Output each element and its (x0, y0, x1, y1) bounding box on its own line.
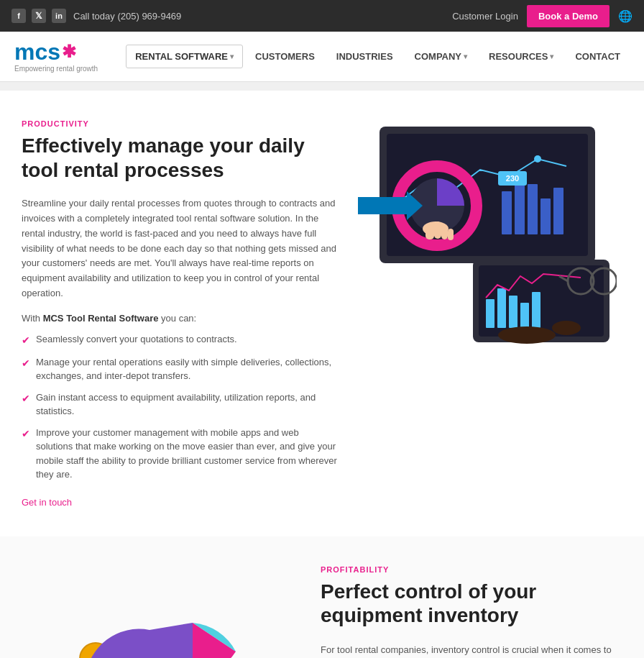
hero-content-left: PRODUCTIVITY Effectively manage your dai… (22, 119, 338, 508)
checklist-text-4: Improve your customer management with mo… (36, 426, 338, 482)
svg-text:230: 230 (506, 174, 519, 183)
top-bar-right: Customer Login Book a Demo 🌐 (452, 5, 632, 27)
resources-caret: ▾ (550, 52, 553, 60)
facebook-icon[interactable]: f (12, 9, 26, 23)
checklist-text-3: Gain instant access to equipment availab… (36, 390, 338, 419)
mcs-tool-rental-bold: MCS Tool Rental Software (43, 313, 159, 324)
nav-item-resources[interactable]: RESOURCES ▾ (479, 45, 563, 68)
nav-item-contact[interactable]: CONTACT (566, 45, 630, 68)
check-icon-3: ✔ (22, 391, 30, 406)
rental-software-caret: ▾ (230, 52, 234, 60)
logo-mcs-text: mcs (14, 40, 60, 63)
nav-item-customers[interactable]: CUSTOMERS (246, 45, 324, 68)
productivity-label: PRODUCTIVITY (22, 119, 338, 128)
checklist: ✔ Seamlessly convert your quotations to … (22, 332, 338, 482)
logo[interactable]: mcs ✱ (14, 40, 98, 63)
nav-label-company: COMPANY (415, 51, 461, 62)
check-icon-4: ✔ (22, 426, 30, 442)
profitability-title: Perfect control of your equipment invent… (321, 580, 622, 628)
nav-item-industries[interactable]: INDUSTRIES (327, 45, 402, 68)
check-icon-2: ✔ (22, 356, 30, 371)
svg-rect-15 (426, 224, 434, 239)
checklist-text-2: Manage your rental operations easily wit… (36, 355, 338, 383)
phone-text: Call today (205) 969-9469 (73, 11, 181, 22)
hero-section: PRODUCTIVITY Effectively manage your dai… (0, 91, 644, 536)
svg-rect-22 (497, 288, 506, 328)
hero-image: 230 (352, 119, 622, 508)
nav-label-resources: RESOURCES (489, 51, 548, 62)
svg-rect-24 (520, 303, 529, 328)
check-icon-1: ✔ (22, 333, 30, 348)
svg-point-27 (552, 321, 581, 335)
top-bar: f 𝕏 in Call today (205) 969-9469 Custome… (0, 0, 644, 32)
profitability-image (22, 565, 292, 658)
book-demo-button[interactable]: Book a Demo (527, 5, 610, 27)
hero-body: Streamline your daily rental processes f… (22, 196, 338, 301)
hero-illustration: 230 (358, 119, 617, 349)
logo-area: mcs ✱ Empowering rental growth (14, 40, 98, 73)
nav-item-company[interactable]: COMPANY ▾ (405, 45, 477, 68)
checklist-item-1: ✔ Seamlessly convert your quotations to … (22, 332, 338, 348)
profitability-label: PROFITABILITY (321, 565, 622, 574)
svg-rect-25 (532, 292, 540, 328)
logo-tagline: Empowering rental growth (14, 65, 98, 73)
svg-rect-12 (358, 197, 407, 214)
hero-title: Effectively manage your daily tool renta… (22, 134, 338, 182)
profitability-section: PROFITABILITY Perfect control of your eq… (0, 536, 644, 658)
svg-rect-7 (553, 188, 564, 234)
svg-rect-16 (434, 221, 441, 239)
twitter-icon[interactable]: 𝕏 (32, 9, 46, 23)
nav-label-contact: CONTACT (575, 51, 620, 62)
svg-rect-18 (448, 229, 454, 240)
top-bar-left: f 𝕏 in Call today (205) 969-9469 (12, 9, 181, 23)
nav-label-customers: CUSTOMERS (255, 51, 315, 62)
profitability-body: For tool rental companies, inventory con… (321, 642, 622, 658)
social-icons: f 𝕏 in (12, 9, 66, 23)
nav-links: RENTAL SOFTWARE ▾ CUSTOMERS INDUSTRIES C… (126, 45, 630, 68)
svg-rect-23 (509, 296, 518, 328)
checklist-item-4: ✔ Improve your customer management with … (22, 426, 338, 482)
linkedin-icon[interactable]: in (52, 9, 66, 23)
company-caret: ▾ (464, 52, 467, 60)
get-in-touch-link[interactable]: Get in touch (22, 497, 72, 508)
nav-label-industries: INDUSTRIES (336, 51, 393, 62)
profitability-illustration (56, 565, 257, 658)
globe-icon[interactable]: 🌐 (618, 9, 632, 23)
customer-login-link[interactable]: Customer Login (452, 11, 518, 22)
svg-rect-17 (441, 225, 448, 239)
checklist-text-1: Seamlessly convert your quotations to co… (36, 332, 237, 347)
svg-rect-21 (486, 299, 494, 328)
checklist-item-2: ✔ Manage your rental operations easily w… (22, 355, 338, 383)
navbar: mcs ✱ Empowering rental growth RENTAL SO… (0, 32, 644, 82)
profitability-content: PROFITABILITY Perfect control of your eq… (321, 565, 622, 658)
svg-rect-3 (502, 191, 512, 234)
svg-point-26 (498, 326, 556, 344)
nav-label-rental-software: RENTAL SOFTWARE (135, 51, 228, 62)
logo-star: ✱ (62, 43, 76, 60)
gray-band (0, 82, 644, 91)
svg-rect-6 (540, 198, 551, 234)
svg-rect-5 (528, 184, 538, 234)
with-text: With MCS Tool Rental Software you can: (22, 313, 338, 324)
svg-point-2 (534, 155, 541, 163)
nav-item-rental-software[interactable]: RENTAL SOFTWARE ▾ (126, 45, 243, 68)
checklist-item-3: ✔ Gain instant access to equipment avail… (22, 390, 338, 419)
